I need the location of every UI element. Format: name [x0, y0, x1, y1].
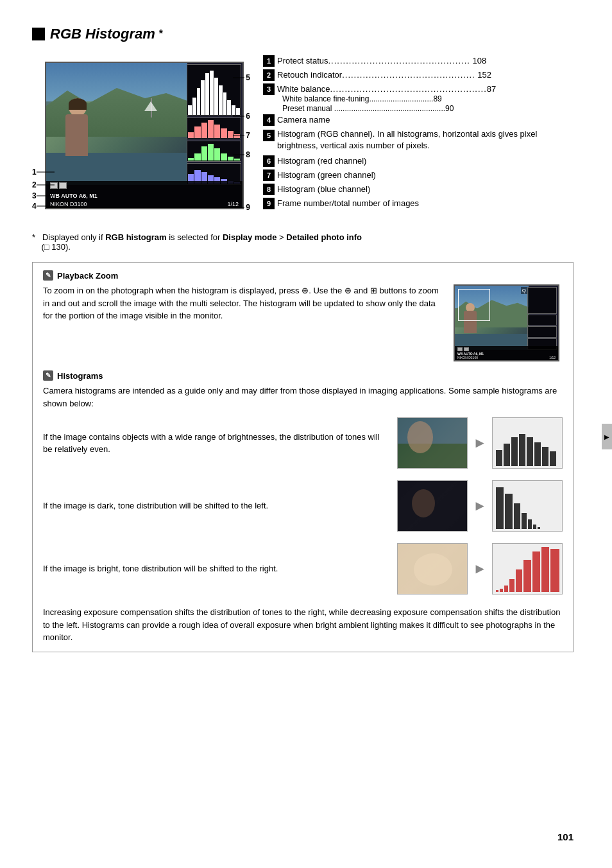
note-pencil-icon: ✎ — [43, 270, 53, 281]
svg-rect-16 — [527, 437, 533, 466]
footnote-display-mode: Display mode — [223, 232, 277, 242]
sc-photo: Q — [455, 286, 529, 350]
svg-rect-34 — [509, 579, 514, 592]
list-item: 6 Histogram (red channel) — [263, 155, 574, 167]
sample-hist-bright — [492, 543, 563, 595]
item-num: 9 — [263, 198, 275, 209]
camera-info-bar: WB AUTO A6, M1 NIKON D3100 1/12 — [46, 181, 242, 208]
list-item: 2 Retouch indicator.....................… — [263, 69, 574, 81]
svg-rect-13 — [504, 444, 510, 466]
info-list: 1 Protect status........................… — [263, 55, 574, 222]
hist-example-wide: If the image contains objects with a wid… — [43, 417, 563, 469]
item-num: 1 — [263, 55, 275, 67]
sample-photo-bright — [397, 543, 468, 595]
svg-rect-26 — [528, 519, 532, 529]
zoom-box — [458, 289, 490, 321]
list-item: 1 Protect status........................… — [263, 55, 574, 67]
list-item: 5 Histogram (RGB channel). In all histog… — [263, 128, 574, 152]
playback-zoom-section: ✎ Playback Zoom To zoom in on the photog… — [43, 270, 563, 361]
svg-rect-38 — [541, 547, 549, 592]
hist-example-visuals: ► — [397, 417, 563, 469]
svg-rect-10 — [398, 444, 468, 469]
footnote-detailed-photo-info: Detailed photo info — [286, 232, 362, 242]
svg-rect-15 — [519, 434, 525, 466]
list-item: 4 Camera name — [263, 114, 574, 126]
callout-2: 2 — [32, 180, 56, 189]
list-item: 9 Frame number/total number of images — [263, 198, 574, 209]
callout-3: 3 — [32, 191, 56, 200]
svg-point-21 — [412, 489, 435, 517]
small-camera-preview: Q WB AUTO A6, M1 — [454, 284, 563, 361]
title-asterisk: * — [159, 28, 163, 40]
footnote-rgb: RGB histogram — [105, 232, 166, 242]
svg-rect-18 — [542, 447, 548, 466]
person-silhouette — [59, 98, 94, 175]
callout-5: 5 — [233, 73, 250, 82]
svg-rect-25 — [522, 513, 527, 529]
hist-example-text-bright: If the image is bright, tone distributio… — [43, 562, 384, 575]
svg-rect-17 — [534, 442, 541, 466]
item-num: 3 — [263, 83, 275, 95]
hist-example-text-dark: If the image is dark, tone distribution … — [43, 499, 384, 512]
histograms-closing: Increasing exposure compensation shifts … — [43, 606, 563, 644]
callout-4: 4 — [32, 202, 56, 211]
main-content: WB AUTO A6, M1 NIKON D3100 1/12 1 2 — [32, 55, 574, 222]
title-text: RGB Histogram — [50, 26, 155, 42]
arrow-right: ► — [473, 435, 487, 451]
hist-example-dark: If the image is dark, tone distribution … — [43, 480, 563, 532]
rgb-histogram — [187, 64, 241, 116]
arrow-right-bright: ► — [473, 560, 487, 577]
svg-rect-22 — [496, 487, 504, 529]
svg-rect-27 — [533, 525, 536, 529]
callout-7: 7 — [233, 131, 250, 140]
svg-rect-19 — [550, 451, 556, 466]
playback-zoom-title: ✎ Playback Zoom — [43, 270, 563, 281]
svg-rect-23 — [505, 494, 513, 529]
playback-zoom-text: To zoom in on the photograph when the hi… — [43, 284, 443, 361]
hist-example-bright: If the image is bright, tone distributio… — [43, 543, 563, 595]
camera-diagram: WB AUTO A6, M1 NIKON D3100 1/12 1 2 — [32, 55, 250, 222]
callout-1: 1 — [32, 168, 56, 177]
svg-rect-32 — [500, 589, 503, 592]
item-num: 5 — [263, 130, 275, 141]
title-icon — [32, 28, 45, 40]
svg-rect-35 — [516, 569, 522, 592]
svg-point-11 — [407, 421, 433, 453]
item-num: 7 — [263, 169, 275, 181]
svg-rect-31 — [496, 590, 498, 592]
svg-rect-28 — [538, 527, 540, 529]
sc-hist-area — [527, 287, 557, 350]
item-num: 4 — [263, 114, 275, 126]
histogram-area — [187, 64, 241, 185]
svg-rect-37 — [532, 551, 540, 592]
item-num: 8 — [263, 184, 275, 195]
footnote: * Displayed only if RGB histogram is sel… — [32, 232, 574, 252]
svg-rect-14 — [511, 437, 518, 466]
svg-rect-33 — [504, 586, 508, 592]
photo-area — [46, 63, 187, 185]
wb-label: WB AUTO A6, M1 — [50, 193, 98, 199]
sample-photo-dark — [397, 480, 468, 532]
page-number: 101 — [557, 831, 574, 842]
retouch-icon — [59, 182, 67, 189]
playback-zoom-content: To zoom in on the photograph when the hi… — [43, 284, 563, 361]
arrow-right-dark: ► — [473, 498, 487, 514]
item-num: 6 — [263, 155, 275, 167]
sailboat — [142, 95, 162, 121]
note-box: ✎ Playback Zoom To zoom in on the photog… — [32, 262, 574, 652]
hist-example-text: If the image contains objects with a wid… — [43, 431, 384, 456]
callout-6: 6 — [233, 112, 250, 121]
svg-rect-39 — [550, 549, 559, 592]
histograms-title: ✎ Histograms — [43, 370, 563, 381]
note-pencil-icon2: ✎ — [43, 370, 53, 381]
page-title: RGB Histogram* — [32, 26, 574, 42]
sc-info-bar: WB AUTO A6, M1 NIKON D3100 1/12 — [455, 346, 558, 360]
list-item: 8 Histogram (blue channel) — [263, 184, 574, 195]
zoom-icon: Q — [521, 287, 527, 294]
callout-9: 9 — [233, 203, 250, 212]
histograms-intro: Camera histograms are intended as a guid… — [43, 385, 563, 410]
camera-screen: WB AUTO A6, M1 NIKON D3100 1/12 — [45, 62, 244, 209]
svg-rect-24 — [514, 503, 520, 529]
list-item: 3 White balance.........................… — [263, 83, 574, 113]
sample-photo-wide — [397, 417, 468, 469]
